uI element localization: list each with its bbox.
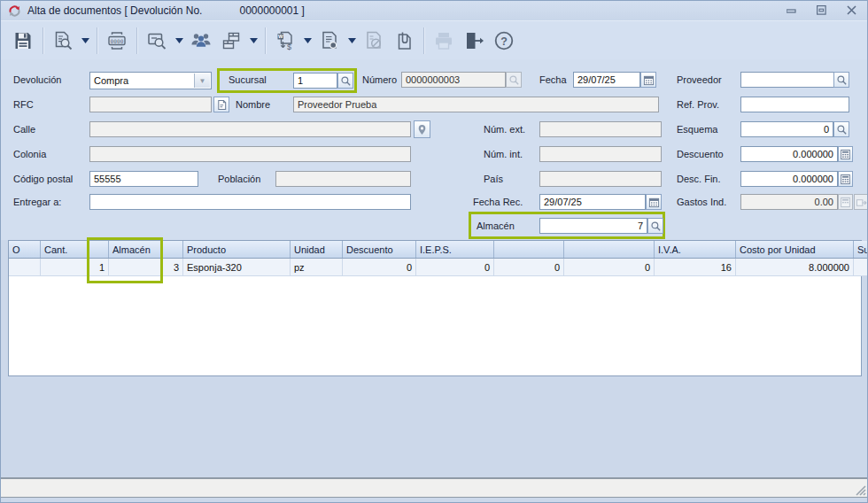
column-header[interactable]: I.E.P.S. bbox=[416, 241, 494, 259]
rfc-field[interactable] bbox=[89, 97, 212, 112]
fecha-rec-label: Fecha Rec. bbox=[473, 197, 523, 207]
search-documents-dropdown[interactable] bbox=[78, 26, 92, 56]
fecha-input[interactable]: 29/07/25 bbox=[573, 72, 640, 88]
exit-button[interactable] bbox=[459, 25, 489, 57]
window-title-prefix: Alta de documentos [ Devolución No. bbox=[27, 4, 202, 17]
search-icon bbox=[340, 75, 352, 87]
calendar-icon bbox=[648, 197, 660, 208]
calculator-icon bbox=[840, 149, 851, 160]
toolbar: 0000 W$ bbox=[1, 20, 867, 60]
table-cell[interactable]: Esponja-320 bbox=[183, 259, 291, 276]
devolucion-combobox[interactable]: Compra ▼ bbox=[89, 72, 212, 89]
column-header[interactable]: Subtotal por partida bbox=[854, 241, 868, 259]
almacen-lookup-button[interactable] bbox=[647, 218, 663, 234]
entregar-a-label: Entregar a: bbox=[13, 197, 61, 207]
sucursal-lookup-button[interactable] bbox=[337, 73, 353, 89]
table-cell[interactable]: 16 bbox=[655, 259, 736, 276]
export-word-currency-dropdown[interactable] bbox=[300, 26, 314, 56]
table-cell[interactable]: 0 bbox=[564, 259, 655, 276]
proveedor-input[interactable] bbox=[740, 72, 834, 88]
folio-button[interactable]: 0000 bbox=[102, 25, 132, 57]
resize-grip[interactable] bbox=[854, 484, 866, 496]
column-header[interactable]: O bbox=[9, 241, 41, 259]
fecha-rec-input[interactable]: 29/07/25 bbox=[539, 194, 646, 210]
esquema-input[interactable]: 0 bbox=[740, 121, 833, 137]
table-cell[interactable]: 8.00 bbox=[854, 259, 868, 276]
almacen-input[interactable]: 7 bbox=[539, 218, 647, 234]
sucursal-input[interactable]: 1 bbox=[293, 73, 337, 89]
rfc-label: RFC bbox=[13, 99, 34, 110]
gastos-ind-distribute-button bbox=[854, 194, 868, 210]
sucursal-label: Sucursal bbox=[229, 74, 267, 85]
almacen-column-highlight-box bbox=[87, 237, 163, 283]
descuento-calc-button[interactable] bbox=[838, 146, 853, 162]
column-header[interactable]: Producto bbox=[183, 241, 291, 259]
codigo-postal-input[interactable]: 55555 bbox=[89, 171, 198, 187]
esquema-lookup-button[interactable] bbox=[833, 121, 849, 137]
gastos-ind-calc-button bbox=[838, 194, 853, 210]
column-header[interactable]: Unidad bbox=[291, 241, 343, 259]
preview-document-dropdown[interactable] bbox=[172, 26, 186, 56]
nombre-field[interactable]: Proveedor Prueba bbox=[293, 97, 659, 112]
distribute-icon bbox=[856, 197, 867, 208]
close-button[interactable] bbox=[844, 4, 858, 17]
fecha-calendar-button[interactable] bbox=[640, 72, 656, 88]
column-header[interactable]: I.V.A. bbox=[655, 241, 736, 259]
num-int-field[interactable] bbox=[539, 146, 662, 162]
table-cell[interactable]: 0 bbox=[494, 259, 564, 276]
report-dropdown[interactable] bbox=[345, 26, 359, 56]
svg-text:W: W bbox=[278, 34, 283, 39]
column-header[interactable] bbox=[564, 241, 655, 259]
search-icon bbox=[650, 221, 662, 232]
search-icon bbox=[508, 74, 520, 86]
colonia-label: Colonia bbox=[13, 149, 46, 159]
column-header[interactable]: Descuento bbox=[343, 241, 416, 259]
search-icon bbox=[836, 74, 848, 86]
table-cell[interactable]: 0 bbox=[416, 259, 494, 276]
table-cell[interactable]: pz bbox=[291, 259, 343, 276]
calle-field[interactable] bbox=[89, 121, 411, 137]
ref-prov-input[interactable] bbox=[740, 97, 849, 112]
items-grid[interactable]: OCant.AlmacénProductoUnidadDescuentoI.E.… bbox=[8, 240, 862, 376]
table-cell[interactable] bbox=[9, 259, 41, 276]
document-header-form: Devolución Compra ▼ Sucursal 1 Número 00… bbox=[1, 59, 867, 240]
colonia-field[interactable] bbox=[89, 146, 411, 162]
pais-field[interactable] bbox=[539, 171, 662, 187]
minimize-button[interactable] bbox=[784, 4, 798, 17]
attach-document-button[interactable] bbox=[389, 25, 419, 57]
fecha-rec-calendar-button[interactable] bbox=[646, 194, 662, 210]
pais-label: País bbox=[484, 174, 503, 184]
preview-document-button[interactable] bbox=[142, 25, 172, 57]
num-ext-field[interactable] bbox=[539, 121, 662, 137]
products-button[interactable] bbox=[216, 25, 246, 57]
column-header[interactable]: Costo por Unidad bbox=[736, 241, 854, 259]
devolucion-value: Compra bbox=[94, 75, 128, 86]
toolbar-separator bbox=[43, 27, 43, 54]
table-cell[interactable]: 8.000000 bbox=[736, 259, 854, 276]
search-documents-button[interactable] bbox=[48, 25, 78, 57]
map-pin-button[interactable] bbox=[414, 120, 430, 138]
calculator-icon bbox=[840, 197, 851, 208]
entregar-a-input[interactable] bbox=[89, 194, 411, 210]
desc-fin-input[interactable]: 0.000000 bbox=[740, 171, 838, 187]
providers-button[interactable] bbox=[186, 25, 216, 57]
rfc-validate-button[interactable] bbox=[213, 97, 229, 112]
maximize-button[interactable] bbox=[814, 4, 828, 17]
table-cell[interactable]: 0 bbox=[343, 259, 416, 276]
help-button[interactable]: ? bbox=[489, 25, 519, 57]
descuento-input[interactable]: 0.000000 bbox=[740, 146, 838, 162]
gastos-ind-field: 0.00 bbox=[740, 194, 838, 210]
desc-fin-calc-button[interactable] bbox=[838, 171, 853, 187]
esquema-label: Esquema bbox=[677, 124, 717, 135]
report-button[interactable] bbox=[314, 25, 345, 57]
calle-label: Calle bbox=[13, 124, 35, 135]
ref-prov-label: Ref. Prov. bbox=[677, 99, 719, 110]
products-dropdown[interactable] bbox=[246, 26, 260, 56]
proveedor-label: Proveedor bbox=[677, 74, 722, 85]
save-button[interactable] bbox=[8, 25, 38, 57]
proveedor-lookup-button[interactable] bbox=[833, 72, 849, 88]
column-header[interactable] bbox=[494, 241, 564, 259]
poblacion-field[interactable] bbox=[275, 171, 411, 187]
export-word-currency-button[interactable]: W$ bbox=[270, 25, 300, 57]
descuento-label: Descuento bbox=[677, 149, 724, 159]
